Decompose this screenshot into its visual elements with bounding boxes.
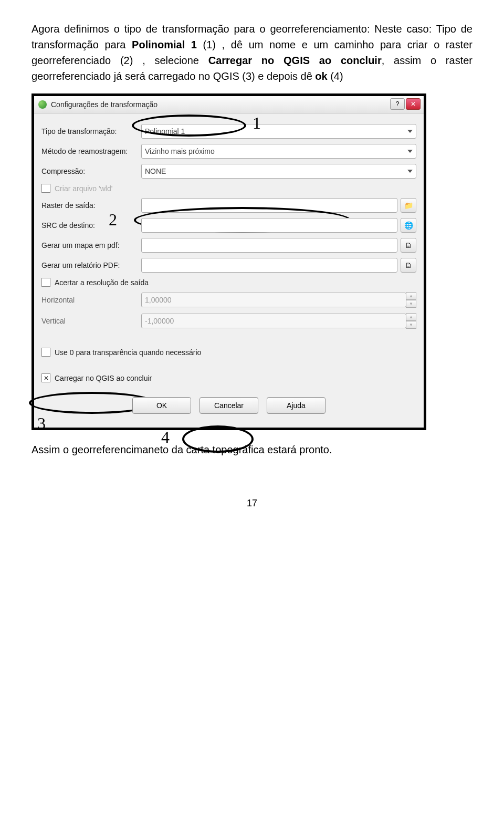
- intro-bold3: ok: [315, 70, 327, 82]
- label-raster-saida: Raster de saída:: [41, 201, 141, 210]
- spinner-vertical: ▲ ▼: [406, 313, 416, 329]
- input-src[interactable]: [141, 218, 397, 233]
- value-metodo: Vizinho mais próximo: [145, 147, 215, 155]
- row-src: SRC de destino: 🌐: [41, 218, 416, 233]
- chevron-down-icon: [407, 150, 413, 153]
- input-horizontal: 1,00000: [141, 293, 406, 307]
- label-wld: Criar arquivo 'wld': [55, 184, 112, 193]
- value-vertical: -1,00000: [145, 317, 174, 325]
- intro-paragraph: Agora definimos o tipo de transformação …: [32, 21, 472, 84]
- input-mapa-pdf[interactable]: [141, 238, 397, 253]
- row-transparencia: Use 0 para transparência quando necessár…: [41, 348, 416, 357]
- value-horizontal: 1,00000: [145, 296, 172, 304]
- chevron-down-icon: ▼: [406, 321, 416, 329]
- checkbox-carregar[interactable]: ✕: [41, 373, 50, 382]
- combo-tipo[interactable]: Polinomial 1: [141, 124, 416, 139]
- row-wld: Criar arquivo 'wld': [41, 184, 416, 193]
- intro-bold1: Polinomial 1: [132, 39, 197, 50]
- label-transparencia: Use 0 para transparência quando necessár…: [55, 348, 201, 357]
- cancel-button[interactable]: Cancelar: [200, 397, 258, 414]
- browse-src-button[interactable]: 🌐: [401, 218, 416, 233]
- row-relatorio-pdf: Gerar um relatório PDF: 🗎: [41, 258, 416, 273]
- folder-icon: 📁: [404, 201, 413, 210]
- value-tipo: Polinomial 1: [145, 127, 185, 136]
- combo-compressao[interactable]: NONE: [141, 164, 416, 179]
- chevron-down-icon: ▼: [406, 300, 416, 308]
- pdf-icon: 🗎: [405, 261, 412, 269]
- after-paragraph: Assim o georreferencimaneto da carta top…: [32, 444, 472, 456]
- label-resolucao: Acertar a resolução de saída: [55, 278, 149, 287]
- input-raster-saida[interactable]: [141, 198, 397, 213]
- close-window-button[interactable]: ✕: [406, 98, 421, 110]
- pdf-icon: 🗎: [405, 241, 412, 249]
- row-mapa-pdf: Gerar um mapa em pdf: 🗎: [41, 238, 416, 253]
- label-vertical: Vertical: [41, 317, 141, 325]
- label-mapa-pdf: Gerar um mapa em pdf:: [41, 241, 141, 249]
- row-resolucao: Acertar a resolução de saída: [41, 278, 416, 287]
- row-vertical: Vertical -1,00000 ▲ ▼: [41, 313, 416, 329]
- intro-seg4: (4): [328, 70, 343, 82]
- dialog-button-row: OK Cancelar Ajuda: [41, 397, 416, 414]
- dialog-body: Tipo de transformação: Polinomial 1 1 Mé…: [34, 113, 424, 428]
- label-carregar: Carregar no QGIS ao concluir: [55, 374, 152, 382]
- spinner-horizontal: ▲ ▼: [406, 292, 416, 308]
- chevron-down-icon: [407, 130, 413, 133]
- checkbox-wld: [41, 184, 50, 193]
- browse-mapa-pdf-button[interactable]: 🗎: [401, 238, 416, 253]
- window-buttons: ? ✕: [390, 98, 421, 110]
- chevron-up-icon: ▲: [406, 313, 416, 321]
- label-relatorio-pdf: Gerar um relatório PDF:: [41, 261, 141, 269]
- globe-select-icon: 🌐: [404, 221, 413, 230]
- help-button-label: Ajuda: [287, 401, 306, 410]
- row-metodo: Método de reamostragem: Vizinho mais pró…: [41, 144, 416, 159]
- globe-icon: [38, 100, 47, 109]
- label-horizontal: Horizontal: [41, 296, 141, 304]
- help-button[interactable]: Ajuda: [267, 397, 326, 414]
- dialog-screenshot: Configurações de transformação ? ✕ Tipo …: [32, 93, 426, 430]
- label-src: SRC de destino:: [41, 221, 141, 230]
- checkbox-transparencia[interactable]: [41, 348, 50, 357]
- row-tipo: Tipo de transformação: Polinomial 1: [41, 124, 416, 139]
- browse-raster-button[interactable]: 📁: [401, 198, 416, 213]
- row-raster-saida: Raster de saída: 📁: [41, 198, 416, 213]
- label-tipo: Tipo de transformação:: [41, 127, 141, 136]
- help-window-button[interactable]: ?: [390, 98, 405, 110]
- page-number: 17: [32, 498, 472, 509]
- chevron-up-icon: ▲: [406, 292, 416, 300]
- cancel-button-label: Cancelar: [214, 401, 244, 410]
- dialog-titlebar: Configurações de transformação ? ✕: [34, 96, 424, 113]
- input-relatorio-pdf[interactable]: [141, 258, 397, 273]
- intro-bold2: Carregar no QGIS ao concluir: [208, 55, 382, 66]
- chevron-down-icon: [407, 170, 413, 173]
- dialog-title: Configurações de transformação: [51, 100, 158, 109]
- ok-button-label: OK: [156, 401, 167, 410]
- combo-metodo[interactable]: Vizinho mais próximo: [141, 144, 416, 159]
- browse-relatorio-pdf-button[interactable]: 🗎: [401, 258, 416, 273]
- row-horizontal: Horizontal 1,00000 ▲ ▼: [41, 292, 416, 308]
- input-vertical: -1,00000: [141, 314, 406, 328]
- label-compressao: Compressão:: [41, 167, 141, 175]
- row-carregar: ✕ Carregar no QGIS ao concluir: [41, 373, 416, 382]
- label-metodo: Método de reamostragem:: [41, 147, 141, 155]
- row-compressao: Compressão: NONE: [41, 164, 416, 179]
- value-compressao: NONE: [145, 167, 166, 175]
- checkbox-resolucao[interactable]: [41, 278, 50, 287]
- ok-button[interactable]: OK: [132, 397, 191, 414]
